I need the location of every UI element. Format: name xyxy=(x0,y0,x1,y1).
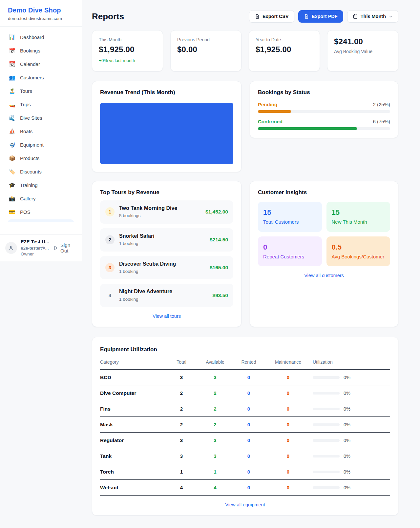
sidebar-item-gallery[interactable]: 📸 Gallery xyxy=(4,193,78,205)
stats-row: This Month $1,925.00 +0% vs last month P… xyxy=(92,30,398,71)
cell-utilization: 0% xyxy=(344,406,350,412)
sign-out-button[interactable]: Sign Out xyxy=(53,242,76,254)
table-row: Tank 3 3 0 0 0% xyxy=(100,448,390,464)
insight-value: 0.5 xyxy=(332,242,385,253)
insight-value: 0 xyxy=(263,242,317,253)
table-row: Fins 2 2 0 0 0% xyxy=(100,401,390,417)
rank-badge: 1 xyxy=(105,207,115,216)
cell-total: 3 xyxy=(167,375,196,380)
tour-row: 2 Snorkel Safari 1 booking $214.50 xyxy=(100,228,233,252)
insight-value: 15 xyxy=(263,207,317,218)
sidebar-item-calendar[interactable]: 📆 Calendar xyxy=(4,58,78,70)
cell-utilization: 0% xyxy=(344,469,350,475)
cell-rented: 0 xyxy=(234,437,263,443)
sidebar-item-label: Gallery xyxy=(20,196,36,201)
sidebar-item-label: Customers xyxy=(20,75,44,80)
insight-value: 15 xyxy=(332,207,385,218)
sidebar-item-boats[interactable]: ⛵ Boats xyxy=(4,125,78,137)
sidebar-item-training[interactable]: 🎓 Training xyxy=(4,179,78,191)
tour-row: 3 Discover Scuba Diving 1 booking $165.0… xyxy=(100,256,233,279)
stat-card-this-month: This Month $1,925.00 +0% vs last month xyxy=(92,30,163,71)
page-header: Reports Export CSV Export PDF This Mon xyxy=(92,10,398,23)
view-all-tours-link[interactable]: View all tours xyxy=(100,314,233,319)
sidebar-item-tours[interactable]: 🏝️ Tours xyxy=(4,85,78,97)
insight-label: Avg Bookings/Customer xyxy=(332,253,385,261)
cell-total: 3 xyxy=(167,437,196,443)
cell-total: 4 xyxy=(167,485,196,490)
utilization-bar xyxy=(313,486,340,489)
utilization-bar xyxy=(313,408,340,410)
table-row: Torch 1 1 0 0 0% xyxy=(100,464,390,480)
sidebar-item-products[interactable]: 📦 Products xyxy=(4,152,78,164)
sidebar-item-dive-sites[interactable]: 🌊 Dive Sites xyxy=(4,112,78,124)
sidebar-item-label: Tours xyxy=(20,88,32,94)
cell-rented: 0 xyxy=(234,469,263,475)
insight-tile-repeat-customers: 0 Repeat Customers xyxy=(258,236,322,267)
utilization-bar xyxy=(313,439,340,442)
calendar-date-icon: 📅 xyxy=(9,48,16,54)
top-tours-card: Top Tours by Revenue 1 Two Tank Morning … xyxy=(92,181,242,327)
tour-revenue: $214.50 xyxy=(210,237,228,243)
sidebar-item-pos[interactable]: 💳 POS xyxy=(4,206,78,218)
tour-revenue: $93.50 xyxy=(213,293,228,298)
user-box: E2E Test U... e2e-tester@... Owner Sign … xyxy=(0,234,82,261)
sidebar-item-discounts[interactable]: 🏷️ Discounts xyxy=(4,166,78,178)
sidebar-item-label: Dive Sites xyxy=(20,115,42,121)
status-count: 2 (25%) xyxy=(373,102,390,107)
calendar-icon xyxy=(353,14,358,19)
column-header-total: Total xyxy=(167,359,196,365)
speedboat-icon: 🚤 xyxy=(9,101,16,108)
progress-fill xyxy=(258,127,357,130)
customer-insights-title: Customer Insights xyxy=(258,189,390,196)
rank-badge: 2 xyxy=(105,235,115,244)
insights-grid: 15 Total Customers 15 New This Month 0 R… xyxy=(258,202,390,266)
sidebar-item-label: Training xyxy=(20,182,38,188)
brand-block: Demo Dive Shop demo.test.divestreams.com xyxy=(0,0,82,27)
package-icon: 📦 xyxy=(9,155,16,161)
status-count: 6 (75%) xyxy=(373,119,390,124)
charts-row: Revenue Trend (This Month) Bookings by S… xyxy=(92,81,398,172)
people-icon: 👥 xyxy=(9,74,16,81)
cell-available: 3 xyxy=(196,437,234,443)
tour-name: Two Tank Morning Dive xyxy=(119,205,201,212)
sidebar-item-active-partial[interactable] xyxy=(8,219,74,222)
export-pdf-button[interactable]: Export PDF xyxy=(298,10,343,23)
cell-rented: 0 xyxy=(234,485,263,490)
stat-delta: +0% vs last month xyxy=(99,58,156,63)
export-csv-button[interactable]: Export CSV xyxy=(249,10,294,23)
progress-track xyxy=(258,127,390,130)
stat-value: $1,925.00 xyxy=(99,45,156,54)
table-row: Mask 2 2 0 0 0% xyxy=(100,417,390,433)
utilization-bar xyxy=(313,423,340,426)
cell-category: BCD xyxy=(100,375,167,380)
cell-available: 2 xyxy=(196,406,234,412)
cell-available: 3 xyxy=(196,375,234,380)
tour-row: 4 Night Dive Adventure 1 booking $93.50 xyxy=(100,284,233,307)
sidebar-item-trips[interactable]: 🚤 Trips xyxy=(4,98,78,111)
status-label: Pending xyxy=(258,102,277,107)
tour-bookings: 5 bookings xyxy=(119,213,140,218)
cell-utilization: 0% xyxy=(344,422,350,427)
file-download-icon xyxy=(304,14,309,19)
view-all-customers-link[interactable]: View all customers xyxy=(258,273,390,278)
island-icon: 🏝️ xyxy=(9,88,16,94)
cell-total: 2 xyxy=(167,390,196,396)
sidebar-item-dashboard[interactable]: 📊 Dashboard xyxy=(4,31,78,43)
export-pdf-label: Export PDF xyxy=(312,14,338,19)
insight-tile-avg-bookings: 0.5 Avg Bookings/Customer xyxy=(326,236,390,267)
cell-total: 3 xyxy=(167,453,196,459)
view-all-equipment-link[interactable]: View all equipment xyxy=(100,502,390,507)
equipment-utilization-title: Equipment Utilization xyxy=(100,346,390,353)
sidebar-item-bookings[interactable]: 📅 Bookings xyxy=(4,45,78,57)
user-email: e2e-tester@... xyxy=(21,245,49,251)
cell-utilization: 0% xyxy=(344,438,350,443)
progress-track xyxy=(258,110,390,113)
sidebar-item-equipment[interactable]: 🤿 Equipment xyxy=(4,139,78,151)
period-dropdown[interactable]: This Month xyxy=(347,10,398,23)
sidebar-item-label: Boats xyxy=(20,129,32,134)
camera-icon: 📸 xyxy=(9,195,16,202)
stat-label: Previous Period xyxy=(177,37,235,42)
cell-maintenance: 0 xyxy=(263,406,313,412)
table-row: Wetsuit 4 4 0 0 0% xyxy=(100,480,390,496)
sidebar-item-customers[interactable]: 👥 Customers xyxy=(4,71,78,84)
